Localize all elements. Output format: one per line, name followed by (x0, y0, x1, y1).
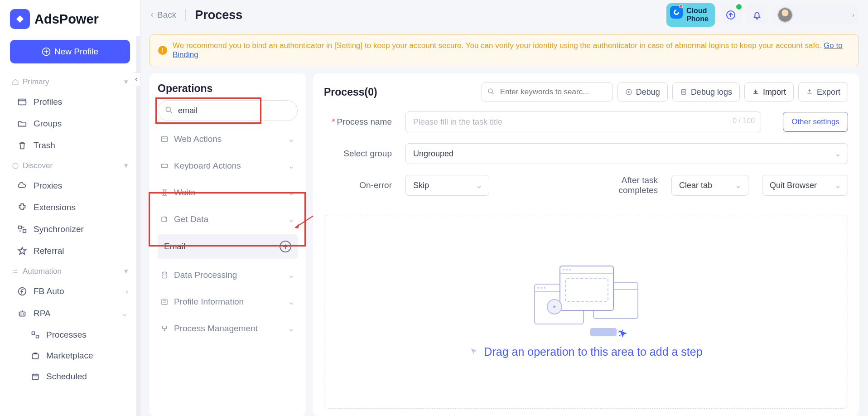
nav: Primary ▾ Profiles Groups Trash Discover… (0, 73, 140, 387)
getdata-icon (160, 215, 169, 223)
nav-item-groups[interactable]: Groups (4, 113, 136, 135)
nav-section-automation[interactable]: Automation ▾ (4, 262, 136, 281)
after-task-label: After task completes (608, 175, 658, 195)
bell-icon (752, 10, 762, 20)
divider (185, 9, 186, 21)
chevron-down-icon: ⌄ (476, 180, 482, 190)
search-icon (164, 106, 174, 115)
process-name-input[interactable] (405, 111, 761, 132)
notifications-button[interactable] (747, 5, 767, 25)
after-task-dropdown-1[interactable]: Clear tab ⌄ (671, 175, 748, 196)
svg-rect-10 (36, 335, 39, 338)
new-profile-button[interactable]: New Profile (10, 40, 130, 63)
chevron-down-icon: ⌄ (288, 187, 295, 198)
process-panel: Process(0) Debug Debug logs (313, 73, 859, 416)
button-label: Export (817, 87, 840, 97)
process-search-input[interactable] (482, 82, 613, 102)
cloud-phone-button[interactable]: Cloud Phone (666, 3, 715, 27)
search-icon (487, 87, 495, 96)
button-label: Import (763, 87, 786, 97)
op-group-label: Profile Information (174, 297, 244, 307)
chevron-right-icon: › (125, 286, 128, 296)
fb-icon (17, 286, 27, 296)
nav-item-label: Extensions (34, 203, 76, 213)
op-group-data-processing[interactable]: Data Processing ⌄ (158, 261, 298, 288)
other-settings-button[interactable]: Other settings (783, 112, 848, 132)
op-group-profile-info[interactable]: Profile Information ⌄ (158, 288, 298, 315)
nav-item-processes[interactable]: Processes (4, 324, 136, 345)
op-group-process-mgmt[interactable]: Process Management ⌄ (158, 315, 298, 342)
op-group-waits[interactable]: Waits ⌄ (158, 179, 298, 206)
svg-rect-1 (19, 99, 26, 105)
plus-circle-icon[interactable]: + (280, 241, 291, 252)
svg-rect-12 (32, 374, 38, 380)
nav-section-discover-label: Discover (23, 161, 53, 170)
cloud-phone-label: Cloud Phone (686, 7, 709, 23)
import-icon (752, 88, 759, 96)
op-group-get-data[interactable]: Get Data ⌄ (158, 206, 298, 232)
upload-button[interactable] (720, 5, 741, 25)
op-group-web-actions[interactable]: Web Actions ⌄ (158, 126, 298, 152)
nav-item-scheduled[interactable]: Scheduled (4, 366, 136, 387)
after-task-dropdown-2[interactable]: Quit Browser ⌄ (762, 175, 848, 196)
svg-point-8 (23, 313, 24, 314)
nav-item-synchronizer[interactable]: Synchronizer (4, 218, 136, 240)
sidebar-collapse-button[interactable] (132, 73, 140, 86)
marketplace-icon (31, 351, 40, 360)
nav-item-referral[interactable]: Referral (4, 240, 136, 262)
page-title: Process (195, 8, 242, 22)
back-button[interactable]: Back (149, 10, 176, 20)
op-group-label: Data Processing (174, 270, 237, 280)
export-button[interactable]: Export (798, 82, 848, 102)
import-button[interactable]: Import (744, 82, 794, 102)
chevron-down-icon: ⌄ (834, 180, 841, 190)
svg-rect-3 (19, 226, 21, 229)
sidebar-scrollbar[interactable] (136, 36, 140, 416)
nav-item-profiles[interactable]: Profiles (4, 91, 136, 113)
chevron-left-icon (134, 77, 139, 82)
nav-item-fbauto[interactable]: FB Auto › (4, 281, 136, 302)
select-group-dropdown[interactable]: Ungrouped ⌄ (405, 143, 848, 164)
nav-item-label: Referral (34, 246, 64, 256)
robot-icon (17, 309, 27, 319)
op-item-email[interactable]: Email + (158, 234, 298, 259)
nav-item-label: Groups (34, 119, 62, 129)
dropzone-text: Drag an operation to this area to add a … (469, 345, 702, 358)
banner-message: We recommend you to bind an authenticato… (173, 41, 824, 50)
chevron-down-icon: ⌄ (834, 149, 841, 159)
process-dropzone[interactable]: Drag an operation to this area to add a … (324, 215, 848, 409)
nav-item-label: Proxies (34, 181, 62, 191)
chevron-down-icon: ▾ (124, 77, 128, 87)
operations-search-input[interactable] (158, 100, 298, 121)
extensions-icon (17, 203, 27, 213)
nav-section-discover[interactable]: Discover ▾ (4, 156, 136, 175)
debug-button[interactable]: Debug (617, 82, 668, 102)
hourglass-icon (160, 189, 169, 197)
nav-item-extensions[interactable]: Extensions (4, 197, 136, 218)
new-profile-label: New Profile (54, 47, 98, 57)
operations-panel: Operations Web Actions ⌄ Keyboard Action… (149, 73, 306, 416)
op-group-keyboard[interactable]: Keyboard Actions ⌄ (158, 152, 298, 179)
dropzone-illustration (534, 266, 638, 334)
database-icon (160, 271, 169, 279)
nav-section-automation-label: Automation (23, 267, 62, 276)
chevron-down-icon: ▾ (124, 266, 128, 276)
debug-logs-button[interactable]: Debug logs (672, 82, 740, 102)
onerror-label: On-error (324, 180, 392, 190)
user-menu[interactable]: › (773, 5, 859, 25)
process-search (482, 82, 613, 102)
svg-point-20 (162, 272, 167, 274)
nav-sub-label: Scheduled (46, 372, 87, 382)
warning-icon: ! (158, 46, 167, 55)
op-group-label: Keyboard Actions (174, 161, 241, 171)
processes-icon (31, 330, 40, 339)
folder-icon (17, 119, 27, 129)
nav-section-primary[interactable]: Primary ▾ (4, 73, 136, 91)
status-badge-icon (735, 3, 743, 10)
nav-item-proxies[interactable]: Proxies (4, 175, 136, 197)
nav-item-trash[interactable]: Trash (4, 135, 136, 156)
nav-item-rpa[interactable]: RPA ⌄ (4, 302, 136, 324)
chevron-down-icon: ⌄ (288, 214, 295, 224)
onerror-dropdown[interactable]: Skip ⌄ (405, 175, 489, 196)
nav-item-marketplace[interactable]: Marketplace (4, 345, 136, 366)
